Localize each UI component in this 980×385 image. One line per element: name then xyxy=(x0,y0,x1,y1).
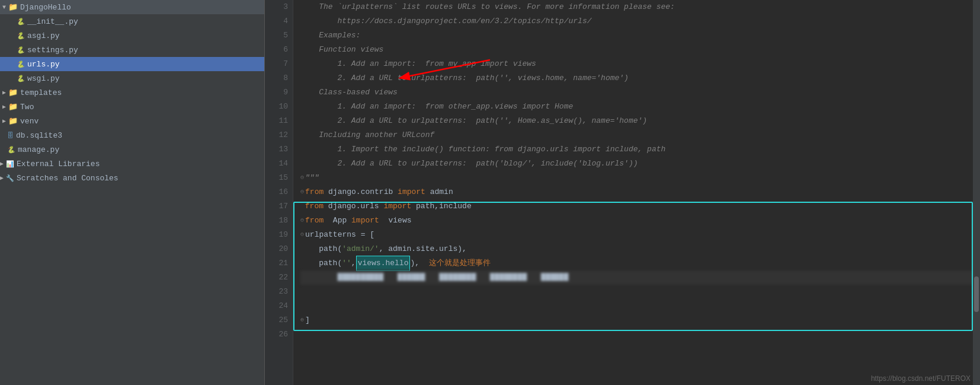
line-numbers: 3 4 5 6 7 8 9 10 11 12 13 14 15 16 17 18… xyxy=(265,0,293,385)
python-file-icon: 🐍 xyxy=(17,61,25,68)
sidebar-item-wsgi-py[interactable]: 🐍 wsgi.py xyxy=(0,71,264,85)
chevron-right-icon: ▶ xyxy=(2,117,6,125)
chevron-right-icon: ▶ xyxy=(0,174,4,182)
sidebar-item-label: Two xyxy=(20,103,34,112)
python-file-icon: 🐍 xyxy=(17,46,25,54)
watermark: https://blog.csdn.net/FUTEROX xyxy=(871,374,971,383)
code-line-12: Including another URLconf xyxy=(300,128,980,142)
sidebar-item-two[interactable]: ▶ 📁 Two xyxy=(0,100,264,114)
code-line-18: ⊖ from App import views xyxy=(300,214,980,228)
sidebar-item-venv[interactable]: ▶ 📁 venv xyxy=(0,114,264,128)
code-line-10: 1. Add an import: from other_app.views i… xyxy=(300,100,980,114)
code-line-4: https://docs.djangoproject.com/en/3.2/to… xyxy=(300,14,980,28)
code-line-16: ⊖ from django.contrib import admin xyxy=(300,185,980,199)
database-icon: 🗄 xyxy=(7,132,14,139)
code-line-3: The `urlpatterns` list routes URLs to vi… xyxy=(300,0,980,14)
code-line-6: Function views xyxy=(300,43,980,57)
sidebar-item-label: __init__.py xyxy=(27,17,78,26)
sidebar-item-label: wsgi.py xyxy=(27,74,60,83)
library-icon: 📊 xyxy=(6,160,14,168)
scrollbar-track[interactable] xyxy=(973,0,980,385)
code-editor: 3 4 5 6 7 8 9 10 11 12 13 14 15 16 17 18… xyxy=(265,0,980,385)
code-line-25: ⊕ ] xyxy=(300,313,980,327)
chevron-right-icon: ▶ xyxy=(2,103,6,110)
sidebar-item-label: External Libraries xyxy=(17,160,100,168)
sidebar-item-label: templates xyxy=(20,88,62,97)
code-line-13: 1. Import the include() function: from d… xyxy=(300,142,980,157)
sidebar-item-label: db.sqlite3 xyxy=(16,131,62,140)
code-line-11: 2. Add a URL to urlpatterns: path('', Ho… xyxy=(300,114,980,128)
views-hello-highlight: views.hello xyxy=(356,256,411,271)
code-line-23 xyxy=(300,285,980,299)
code-line-20: path( 'admin/' , admin.site.urls), xyxy=(300,242,980,256)
sidebar-item-external-libraries[interactable]: ▶ 📊 External Libraries xyxy=(0,157,264,171)
code-line-15: ⊖ """ xyxy=(300,171,980,185)
code-line-9: Class-based views xyxy=(300,85,980,100)
fold-icon: ⊖ xyxy=(300,214,304,228)
sidebar-item-manage-py[interactable]: 🐍 manage.py xyxy=(0,142,264,157)
code-line-19: ⊖ urlpatterns = [ xyxy=(300,228,980,242)
sidebar-item-label: settings.py xyxy=(27,46,78,55)
sidebar-item-init-py[interactable]: 🐍 __init__.py xyxy=(0,14,264,28)
code-line-7: 1. Add an import: from my_app import vie… xyxy=(300,57,980,71)
sidebar-item-label: asgi.py xyxy=(27,31,60,40)
folder-icon: 📁 xyxy=(8,116,18,126)
sidebar-item-label: manage.py xyxy=(18,145,59,154)
folder-icon: 📁 xyxy=(8,2,18,12)
sidebar-item-settings-py[interactable]: 🐍 settings.py xyxy=(0,43,264,57)
sidebar-item-djangohello[interactable]: ▼ 📁 DjangoHello xyxy=(0,0,264,14)
sidebar-item-db[interactable]: 🗄 db.sqlite3 xyxy=(0,128,264,142)
code-line-26 xyxy=(300,327,980,342)
python-file-icon: 🐍 xyxy=(17,75,25,82)
sidebar-item-label: DjangoHello xyxy=(20,3,71,12)
sidebar-item-scratches[interactable]: ▶ 🔧 Scratches and Consoles xyxy=(0,171,264,185)
sidebar-item-label: venv xyxy=(20,117,39,126)
code-line-8: 2. Add a URL to urlpatterns: path('', vi… xyxy=(300,71,980,85)
code-line-14: 2. Add a URL to urlpatterns: path('blog/… xyxy=(300,157,980,171)
chevron-right-icon: ▶ xyxy=(0,160,4,167)
code-line-24 xyxy=(300,299,980,313)
chevron-right-icon: ▶ xyxy=(2,89,6,96)
code-area: 3 4 5 6 7 8 9 10 11 12 13 14 15 16 17 18… xyxy=(265,0,980,385)
file-tree: ▼ 📁 DjangoHello 🐍 __init__.py 🐍 asgi.py … xyxy=(0,0,265,385)
python-file-icon: 🐍 xyxy=(17,32,25,40)
code-lines[interactable]: The `urlpatterns` list routes URLs to vi… xyxy=(293,0,980,385)
chevron-down-icon: ▼ xyxy=(2,4,6,11)
code-line-22: ██████████ ██████ ████████ ████████ ████… xyxy=(300,271,980,285)
sidebar-item-asgi-py[interactable]: 🐍 asgi.py xyxy=(0,28,264,43)
fold-icon: ⊖ xyxy=(300,185,304,199)
sidebar-item-label: urls.py xyxy=(27,60,60,69)
sidebar-item-urls-py[interactable]: 🐍 urls.py xyxy=(0,57,264,71)
scratch-icon: 🔧 xyxy=(6,174,14,182)
python-file-icon: 🐍 xyxy=(17,18,25,26)
fold-icon: ⊕ xyxy=(300,313,304,327)
scrollbar-thumb[interactable] xyxy=(974,276,979,312)
folder-icon: 📁 xyxy=(8,88,18,97)
code-line-21: path( '' , views.hello ), 这个就是处理事件 xyxy=(300,256,980,271)
code-line-17: from django.urls import path,include xyxy=(300,199,980,214)
sidebar-item-templates[interactable]: ▶ 📁 templates xyxy=(0,85,264,100)
python-file-icon: 🐍 xyxy=(7,146,15,154)
code-line-5: Examples: xyxy=(300,28,980,43)
folder-icon: 📁 xyxy=(8,102,18,112)
sidebar-item-label: Scratches and Consoles xyxy=(17,174,119,183)
fold-icon: ⊖ xyxy=(300,228,304,242)
fold-icon: ⊖ xyxy=(300,171,304,185)
